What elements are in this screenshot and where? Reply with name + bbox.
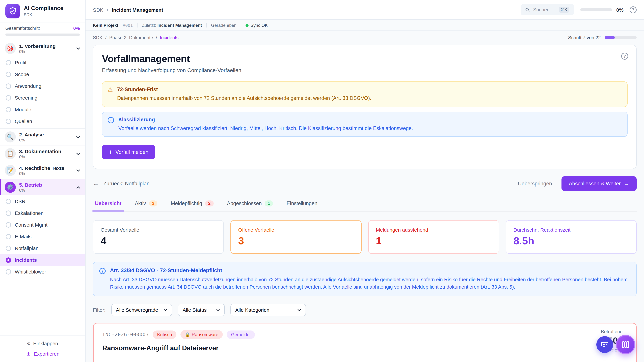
tab-einstellungen[interactable]: Einstellungen	[286, 199, 318, 211]
radio-icon	[6, 210, 11, 216]
app-title: AI Compliance	[24, 5, 64, 11]
chat-button[interactable]	[596, 336, 613, 353]
page-subtitle: Erfassung und Nachverfolgung von Complia…	[102, 67, 628, 73]
radio-icon	[6, 60, 11, 65]
overall-progress: Gesamtfortschritt 0%	[0, 22, 85, 40]
sidebar-item-anwendung[interactable]: Anwendung	[0, 80, 85, 92]
sidebar-item-dsr[interactable]: DSR	[0, 195, 85, 207]
sidebar-section-vorbereitung[interactable]: 🎯 1. Vorbereitung 0%	[0, 40, 85, 57]
sync-status: Sync OK	[246, 23, 268, 28]
project-name: Kein Projekt	[93, 23, 118, 28]
export-button[interactable]: Exportieren	[26, 351, 59, 357]
chat-bubble-icon	[601, 341, 609, 349]
tab-abgeschlossen[interactable]: Abgeschlossen1	[226, 199, 274, 211]
app-window: AI Compliance SDK Gesamtfortschritt 0% 🎯…	[0, 0, 644, 362]
sidebar-item-incidents[interactable]: Incidents	[0, 254, 85, 266]
collapse-sidebar-button[interactable]: « Einklappen	[27, 340, 58, 346]
warning-title: 72-Stunden-Frist	[117, 86, 371, 92]
sidebar-section-betrieb[interactable]: ⚙️ 5. Betrieb 0%	[0, 179, 85, 195]
chevron-right-icon: ›	[107, 7, 108, 13]
sidebar: AI Compliance SDK Gesamtfortschritt 0% 🎯…	[0, 0, 86, 362]
back-button[interactable]: ← Zurueck: Notfallplan	[93, 180, 150, 188]
sidebar-item-eskalationen[interactable]: Eskalationen	[0, 207, 85, 219]
columns-icon	[621, 340, 630, 349]
stat-value: 1	[376, 235, 492, 247]
sidebar-item-quellen[interactable]: Quellen	[0, 115, 85, 127]
header-progress-value: 0%	[616, 7, 624, 12]
breadcrumb-sdk[interactable]: SDK	[93, 35, 103, 40]
status-badge: Gemeldet	[227, 330, 255, 339]
sidebar-item-consent-mgmt[interactable]: Consent Mgmt	[0, 219, 85, 231]
step-indicator: Schritt 7 von 22	[568, 35, 636, 40]
sidebar-section-dokumentation[interactable]: 📋 3. Dokumentation 0%	[0, 145, 85, 162]
page-title: Vorfallmanagement	[102, 53, 628, 64]
breadcrumb-current: Incident Management	[112, 7, 163, 12]
sidebar-item-e-mails[interactable]: E-Mails	[0, 231, 85, 242]
section-label: 4. Rechtliche Texte	[19, 165, 72, 171]
incident-title: Ransomware-Angriff auf Dateiserver	[102, 344, 627, 352]
top-breadcrumb: SDK › Incident Management	[93, 7, 163, 13]
severity-badge: Kritisch	[153, 330, 176, 339]
last-saved-time: Gerade eben	[211, 23, 236, 28]
section-label: 3. Dokumentation	[19, 148, 72, 154]
page-header-card: Vorfallmanagement ? Erfassung und Nachve…	[93, 45, 636, 169]
sidebar-item-module[interactable]: Module	[0, 104, 85, 115]
app-subtitle: SDK	[24, 12, 64, 17]
tab-count-badge: 2	[149, 201, 157, 207]
help-icon[interactable]: ?	[621, 53, 628, 60]
sidebar-nav: 🎯 1. Vorbereitung 0% Profil Scope Anwend…	[0, 40, 85, 335]
report-incident-button[interactable]: + Vorfall melden	[102, 145, 155, 159]
complete-continue-button[interactable]: Abschliessen & Weiter →	[561, 176, 636, 191]
warning-icon: ⚠	[108, 86, 113, 102]
chevron-down-icon	[76, 46, 80, 51]
filter-row: Filter: Alle Schweregrade Alle Status Al…	[93, 304, 636, 316]
kanban-columns-button[interactable]	[616, 335, 635, 354]
gear-icon: ⚙️	[5, 182, 16, 193]
wizard-nav-row: ← Zurueck: Notfallplan Ueberspringen Abs…	[93, 176, 636, 191]
breadcrumb-root[interactable]: SDK	[93, 7, 103, 12]
breadcrumb-phase[interactable]: Phase 2: Dokumente	[109, 35, 153, 40]
sidebar-item-profil[interactable]: Profil	[0, 57, 85, 68]
sidebar-item-notfallplan[interactable]: Notfallplan	[0, 242, 85, 254]
sidebar-section-analyse[interactable]: 🔍 2. Analyse 0%	[0, 128, 85, 145]
tab-meldepflichtig[interactable]: Meldepflichtig2	[170, 199, 214, 211]
section-label: 1. Vorbereitung	[19, 43, 72, 49]
status-bar: Kein Projekt V001 Zuletzt: Incident Mana…	[86, 20, 644, 31]
incident-card[interactable]: INC-2026-000003 Kritisch 🔒 Ransomware Ge…	[93, 323, 636, 362]
radio-selected-icon	[6, 257, 11, 263]
help-icon[interactable]: ?	[630, 6, 636, 13]
skip-button[interactable]: Ueberspringen	[518, 181, 552, 187]
category-badge: 🔒 Ransomware	[180, 330, 222, 339]
header-progress-bar	[580, 8, 612, 11]
status-filter-select[interactable]: Alle Status	[178, 304, 225, 316]
tab-uebersicht[interactable]: Uebersicht	[94, 199, 122, 211]
sidebar-item-screening[interactable]: Screening	[0, 92, 85, 104]
arrow-left-icon: ←	[93, 180, 99, 188]
deadline-warning-box: ⚠ 72-Stunden-Frist Datenpannen muessen i…	[102, 81, 628, 107]
chevron-down-icon	[76, 135, 80, 139]
sidebar-item-scope[interactable]: Scope	[0, 68, 85, 80]
memo-icon: 📝	[5, 165, 16, 176]
breadcrumb-incidents: Incidents	[160, 35, 178, 40]
radio-icon	[6, 269, 11, 274]
search-input[interactable]: Suchen... ⌘K	[521, 4, 574, 15]
stat-cards: Gesamt Vorfaelle 4 Offene Vorfaelle 3 Me…	[93, 220, 636, 254]
stat-label: Offene Vorfaelle	[238, 227, 354, 233]
divider	[206, 23, 206, 27]
sidebar-item-whistleblower[interactable]: Whistleblower	[0, 266, 85, 278]
radio-icon	[6, 118, 11, 124]
sidebar-section-rechtliche-texte[interactable]: 📝 4. Rechtliche Texte 0%	[0, 162, 85, 179]
section-items: Profil Scope Anwendung Screening Module …	[0, 57, 85, 128]
radio-icon	[6, 107, 11, 112]
search-placeholder: Suchen...	[533, 7, 554, 12]
tab-aktiv[interactable]: Aktiv2	[134, 199, 158, 211]
classification-info-box: i Klassifizierung Vorfaelle werden nach …	[102, 111, 628, 137]
chevron-up-icon	[76, 185, 80, 190]
severity-filter-select[interactable]: Alle Schweregrade	[111, 304, 172, 316]
radio-icon	[6, 199, 11, 204]
section-percent: 0%	[19, 49, 72, 54]
stat-card-avg-reaction: Durchschn. Reaktionszeit 8.5h	[506, 220, 637, 254]
affected-label: Betroffene	[601, 329, 622, 334]
category-filter-select[interactable]: Alle Kategorien	[230, 304, 306, 316]
section-percent: 0%	[19, 171, 72, 176]
